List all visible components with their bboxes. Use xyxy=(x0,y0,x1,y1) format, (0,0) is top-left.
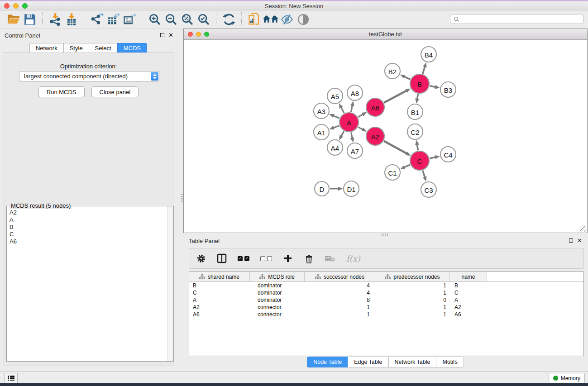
zoom-in-icon[interactable] xyxy=(147,11,163,28)
task-history-button[interactable] xyxy=(5,373,18,383)
node-D[interactable]: D xyxy=(315,181,329,196)
node-B4[interactable]: B4 xyxy=(421,47,436,62)
tab-select[interactable]: Select xyxy=(89,43,118,53)
add-column-icon[interactable] xyxy=(283,253,293,264)
select-columns-icon[interactable] xyxy=(217,253,227,264)
node-B[interactable]: B xyxy=(410,74,429,93)
edge-A-A1[interactable] xyxy=(334,126,339,128)
node-A1[interactable]: A1 xyxy=(314,124,329,140)
zoom-out-icon[interactable] xyxy=(163,11,179,28)
tab-motifs[interactable]: Motifs xyxy=(436,357,464,367)
select-all-icon[interactable]: ✓✓ xyxy=(238,253,249,264)
column-header-successor-nodes[interactable]: successor nodes xyxy=(305,272,375,281)
node-C4[interactable]: C4 xyxy=(440,147,456,162)
node-A3[interactable]: A3 xyxy=(314,103,329,119)
edge-A-A5[interactable] xyxy=(341,108,344,113)
edge-A-A8[interactable] xyxy=(351,105,353,112)
column-header-predecessor-nodes[interactable]: predecessor nodes xyxy=(375,272,450,281)
node-A2[interactable]: A2 xyxy=(366,127,384,145)
delete-table-icon[interactable] xyxy=(325,253,335,264)
network-canvas[interactable]: B4B2BB3A5A8A6B1A3AC2A1A2A4A7C4CC1DD1C3 xyxy=(184,40,587,233)
save-session-icon[interactable] xyxy=(22,11,38,28)
node-A8[interactable]: A8 xyxy=(347,85,363,100)
run-mcds-button[interactable]: Run MCDS xyxy=(38,86,85,97)
network-from-selection-icon[interactable] xyxy=(246,11,263,28)
edge-A-A7[interactable] xyxy=(351,133,352,138)
table-row[interactable]: Cdominator41C xyxy=(189,289,583,296)
edge-C-C2[interactable] xyxy=(417,145,418,151)
function-builder-icon[interactable]: f(x) xyxy=(346,253,360,264)
edge-A-A2[interactable] xyxy=(358,127,362,129)
deselect-all-icon[interactable] xyxy=(260,253,272,264)
edge-C-C3[interactable] xyxy=(423,171,425,177)
hide-selected-icon[interactable] xyxy=(279,11,295,28)
memory-button[interactable]: Memory xyxy=(549,373,585,383)
home-icon[interactable] xyxy=(263,11,279,28)
node-A[interactable]: A xyxy=(339,113,359,132)
edge-B-B2[interactable] xyxy=(404,76,410,79)
import-table-icon[interactable] xyxy=(63,11,80,28)
table-row[interactable]: A6connector11A6 xyxy=(189,311,583,318)
table-settings-icon[interactable] xyxy=(196,253,206,264)
node-A5[interactable]: A5 xyxy=(327,88,343,104)
node-B1[interactable]: B1 xyxy=(407,104,423,119)
node-B3[interactable]: B3 xyxy=(440,82,456,97)
tab-network-table[interactable]: Network Table xyxy=(388,357,437,367)
show-all-icon[interactable] xyxy=(295,11,311,28)
export-image-icon[interactable] xyxy=(121,11,138,28)
export-network-icon[interactable] xyxy=(89,11,105,28)
table-row[interactable]: Bdominator41B xyxy=(189,282,583,289)
open-session-icon[interactable] xyxy=(5,11,22,28)
edge-A2-C[interactable] xyxy=(384,141,406,153)
result-scrollbar[interactable] xyxy=(167,206,173,361)
edge-A-A4[interactable] xyxy=(341,131,344,136)
edge-B-B3[interactable] xyxy=(430,86,435,87)
window-resize-grip[interactable] xyxy=(580,226,586,232)
network-graph[interactable]: B4B2BB3A5A8A6B1A3AC2A1A2A4A7C4CC1DD1C3 xyxy=(184,40,587,233)
optimization-criterion-select[interactable]: largest connected component (directed) xyxy=(19,71,159,81)
export-table-icon[interactable] xyxy=(105,11,121,28)
tab-mcds[interactable]: MCDS xyxy=(117,43,147,53)
search-field[interactable] xyxy=(450,14,584,24)
table-cell: connector xyxy=(250,304,305,311)
tab-edge-table[interactable]: Edge Table xyxy=(348,357,388,367)
import-network-icon[interactable] xyxy=(47,11,63,28)
node-A7[interactable]: A7 xyxy=(347,143,363,158)
refresh-icon[interactable] xyxy=(221,11,237,28)
edge-A6-B[interactable] xyxy=(384,91,406,102)
close-panel-icon[interactable]: ✕ xyxy=(168,33,173,38)
zoom-fit-icon[interactable] xyxy=(179,11,196,28)
node-D1[interactable]: D1 xyxy=(344,181,359,196)
mcds-result-list[interactable]: A2ABCA6 xyxy=(7,207,167,361)
network-window-titlebar[interactable]: testGlobe.txt xyxy=(184,29,587,40)
search-input[interactable] xyxy=(462,15,583,23)
tab-style[interactable]: Style xyxy=(63,43,89,53)
node-C[interactable]: C xyxy=(410,151,429,170)
node-C1[interactable]: C1 xyxy=(385,165,400,180)
float-panel-icon[interactable] xyxy=(160,33,164,37)
edge-A-A3[interactable] xyxy=(334,116,339,118)
edge-B-B1[interactable] xyxy=(417,94,418,99)
zoom-selected-icon[interactable] xyxy=(196,11,212,28)
column-header-shared-name[interactable]: shared name xyxy=(189,272,250,281)
table-row[interactable]: Adominator80A xyxy=(189,296,583,304)
tab-network[interactable]: Network xyxy=(29,43,64,53)
close-panel-button[interactable]: Close panel xyxy=(91,86,139,97)
tab-node-table[interactable]: Node Table xyxy=(307,357,348,367)
close-table-panel-icon[interactable]: ✕ xyxy=(577,238,582,243)
edge-A-A6[interactable] xyxy=(358,114,363,117)
node-A6[interactable]: A6 xyxy=(366,98,384,116)
column-header-MCDS-role[interactable]: MCDS role xyxy=(250,272,305,281)
node-A4[interactable]: A4 xyxy=(327,140,343,155)
column-header-name[interactable]: name xyxy=(450,272,487,281)
delete-column-icon[interactable] xyxy=(304,253,314,264)
edge-C-C4[interactable] xyxy=(430,157,435,158)
float-table-panel-icon[interactable] xyxy=(569,238,573,243)
table-row[interactable]: A2connector11A2 xyxy=(189,304,583,311)
edge-B-B4[interactable] xyxy=(423,67,425,74)
vertical-splitter-handle[interactable] xyxy=(181,194,183,202)
node-C2[interactable]: C2 xyxy=(407,124,423,139)
node-B2[interactable]: B2 xyxy=(385,63,400,79)
node-C3[interactable]: C3 xyxy=(421,182,436,197)
edge-C-C1[interactable] xyxy=(405,165,410,167)
